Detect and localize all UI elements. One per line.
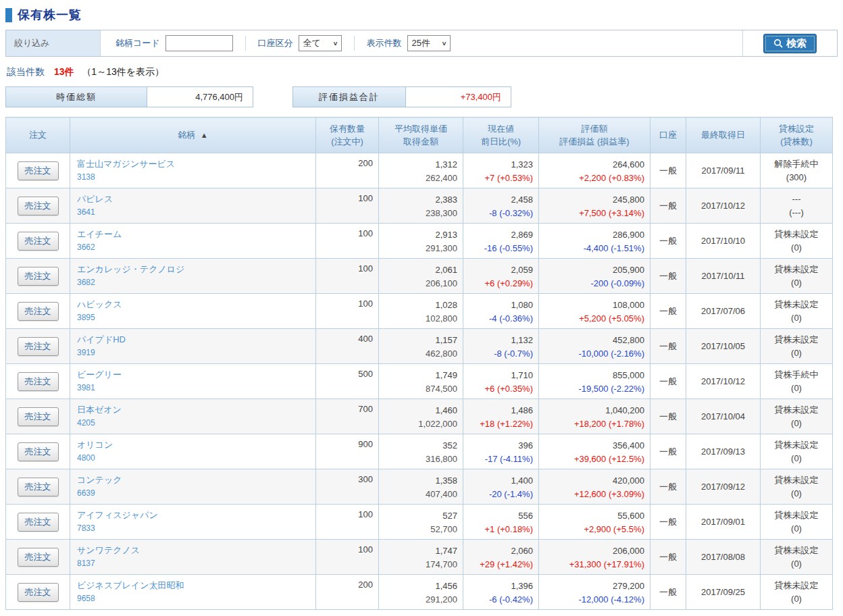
avg-price: 1,749 xyxy=(379,369,457,382)
avg-price: 527 xyxy=(379,509,457,523)
stock-name-link[interactable]: 日本ゼオン xyxy=(77,405,122,415)
display-count-group: 表示件数 25件 ∨ xyxy=(367,35,451,51)
sell-order-button[interactable]: 売注文 xyxy=(18,267,59,286)
current-price: 1,323 xyxy=(463,158,533,172)
stock-code-link[interactable]: 3682 xyxy=(77,278,95,287)
avg-price: 2,061 xyxy=(379,263,457,277)
quantity-cell: 100 xyxy=(316,505,379,540)
filter-bar: 絞り込み 銘柄コード 口座区分 全て ∨ 表示件数 25件 ∨ xyxy=(5,30,838,57)
market-value-amount: 4,776,400円 xyxy=(147,86,253,107)
acquisition-amount: 407,400 xyxy=(379,488,457,501)
lending-count: (0) xyxy=(761,382,832,395)
avg-price-cell: 2,913 291,300 xyxy=(379,224,463,259)
valuation-cell: 206,000 +31,300 (+17.91%) xyxy=(539,540,650,575)
acquisition-amount: 174,700 xyxy=(379,558,457,571)
profit-loss: +7,500 (+3.14%) xyxy=(539,207,644,220)
stock-code-input[interactable] xyxy=(165,35,233,51)
stock-code-link[interactable]: 3919 xyxy=(77,348,95,357)
avg-price-cell: 352 316,800 xyxy=(379,434,463,469)
profit-loss: +39,600 (+12.5%) xyxy=(539,453,644,466)
header-current-price: 現在値前日比(%) xyxy=(463,118,539,153)
stock-name-link[interactable]: ビーグリー xyxy=(77,369,122,380)
valuation-cell: 420,000 +12,600 (+3.09%) xyxy=(539,469,650,505)
sell-order-button[interactable]: 売注文 xyxy=(18,161,59,180)
day-change: -8 (-0.7%) xyxy=(463,347,533,361)
market-value-label: 時価総額 xyxy=(5,86,147,107)
sell-order-button[interactable]: 売注文 xyxy=(18,583,59,602)
table-row: 売注文 エイチーム 3662 100 2,913 291,300 2,869 -… xyxy=(6,224,833,259)
stock-code-link[interactable]: 3662 xyxy=(77,242,95,252)
sell-order-button[interactable]: 売注文 xyxy=(18,478,59,496)
stock-code-link[interactable]: 7833 xyxy=(77,523,95,533)
acquisition-amount: 262,400 xyxy=(379,172,457,185)
day-change: +29 (+1.42%) xyxy=(463,558,533,571)
account-type-label: 口座区分 xyxy=(258,37,293,49)
last-date-cell: 2017/10/04 xyxy=(686,399,761,434)
avg-price-cell: 1,456 291,200 xyxy=(379,575,463,610)
stock-name-link[interactable]: エンカレッジ・テクノロジ xyxy=(77,264,184,274)
stock-code-link[interactable]: 3641 xyxy=(77,207,95,217)
stock-code-link[interactable]: 8137 xyxy=(77,559,95,568)
lending-cell: 貸株未設定 (0) xyxy=(761,224,833,259)
quantity-cell: 700 xyxy=(316,399,379,434)
lending-cell: 貸株未設定 (0) xyxy=(761,399,833,434)
stock-code-link[interactable]: 4800 xyxy=(77,453,95,463)
lending-status: --- xyxy=(761,192,832,206)
quantity-cell: 100 xyxy=(316,188,379,224)
sell-order-button[interactable]: 売注文 xyxy=(18,302,59,321)
search-button[interactable]: 検索 xyxy=(763,34,817,53)
table-row: 売注文 コンテック 6639 300 1,358 407,400 1,400 -… xyxy=(6,469,833,505)
stock-code-link[interactable]: 3981 xyxy=(77,383,95,392)
sell-order-button[interactable]: 売注文 xyxy=(18,442,59,461)
profit-loss: +5,200 (+5.05%) xyxy=(539,312,644,326)
stock-name-link[interactable]: コンテック xyxy=(77,475,122,485)
sell-order-button[interactable]: 売注文 xyxy=(18,407,59,426)
stock-name-link[interactable]: 富士山マガジンサービス xyxy=(77,159,175,169)
stock-name-link[interactable]: パイプドHD xyxy=(77,334,126,344)
sell-order-button[interactable]: 売注文 xyxy=(18,337,59,356)
sell-order-button[interactable]: 売注文 xyxy=(18,548,59,567)
last-date-cell: 2017/07/06 xyxy=(686,294,761,329)
search-icon xyxy=(773,38,783,48)
avg-price: 1,460 xyxy=(379,404,457,417)
stock-code-link[interactable]: 3895 xyxy=(77,313,95,322)
filter-label: 絞り込み xyxy=(6,30,101,56)
sell-order-button[interactable]: 売注文 xyxy=(18,513,59,532)
sell-order-button[interactable]: 売注文 xyxy=(18,197,59,215)
stock-code-link[interactable]: 3138 xyxy=(77,172,95,182)
last-date-cell: 2017/09/11 xyxy=(686,153,761,188)
stock-name-link[interactable]: ビジネスブレイン太田昭和 xyxy=(77,580,184,590)
current-price-cell: 1,080 -4 (-0.36%) xyxy=(463,294,539,329)
sort-ascending-icon[interactable]: ▲ xyxy=(201,131,208,139)
quantity-cell: 100 xyxy=(316,224,379,259)
account-type-select[interactable]: 全て ∨ xyxy=(299,35,342,51)
valuation-cell: 452,800 -10,000 (-2.16%) xyxy=(539,329,650,364)
valuation-cell: 55,600 +2,900 (+5.5%) xyxy=(539,505,650,540)
stock-name-link[interactable]: オリコン xyxy=(77,440,113,450)
valuation-cell: 855,000 -19,500 (-2.22%) xyxy=(539,364,650,399)
stock-code-link[interactable]: 9658 xyxy=(77,594,95,603)
holdings-table: 注文 銘柄 ▲ 保有数量(注文中) 平均取得単価取得金額 現在値前日比(%) 評… xyxy=(5,117,833,610)
avg-price-cell: 1,028 102,800 xyxy=(379,294,463,329)
stock-name-link[interactable]: サンワテクノス xyxy=(77,545,140,555)
account-cell: 一般 xyxy=(650,469,686,505)
stock-name-link[interactable]: パピレス xyxy=(77,194,113,204)
current-price: 2,869 xyxy=(463,228,533,242)
avg-price-cell: 2,383 238,300 xyxy=(379,188,463,224)
display-count-select[interactable]: 25件 ∨ xyxy=(407,35,451,51)
avg-price-cell: 2,061 206,100 xyxy=(379,259,463,294)
current-price-cell: 2,059 +6 (+0.29%) xyxy=(463,259,539,294)
stock-name-link[interactable]: アイフィスジャパン xyxy=(77,510,158,520)
stock-name-link[interactable]: エイチーム xyxy=(77,229,122,239)
sell-order-button[interactable]: 売注文 xyxy=(18,372,59,391)
stock-code-link[interactable]: 6639 xyxy=(77,488,95,498)
lending-status: 貸株未設定 xyxy=(761,298,832,311)
stock-code-link[interactable]: 4205 xyxy=(77,418,95,428)
valuation-cell: 205,900 -200 (-0.09%) xyxy=(539,259,650,294)
market-value: 279,200 xyxy=(539,580,644,593)
header-stock[interactable]: 銘柄 ▲ xyxy=(70,118,316,153)
stock-name-link[interactable]: ハビックス xyxy=(77,299,122,309)
lending-status: 貸株未設定 xyxy=(761,544,832,557)
sell-order-button[interactable]: 売注文 xyxy=(18,232,59,251)
lending-count: (300) xyxy=(761,171,832,184)
